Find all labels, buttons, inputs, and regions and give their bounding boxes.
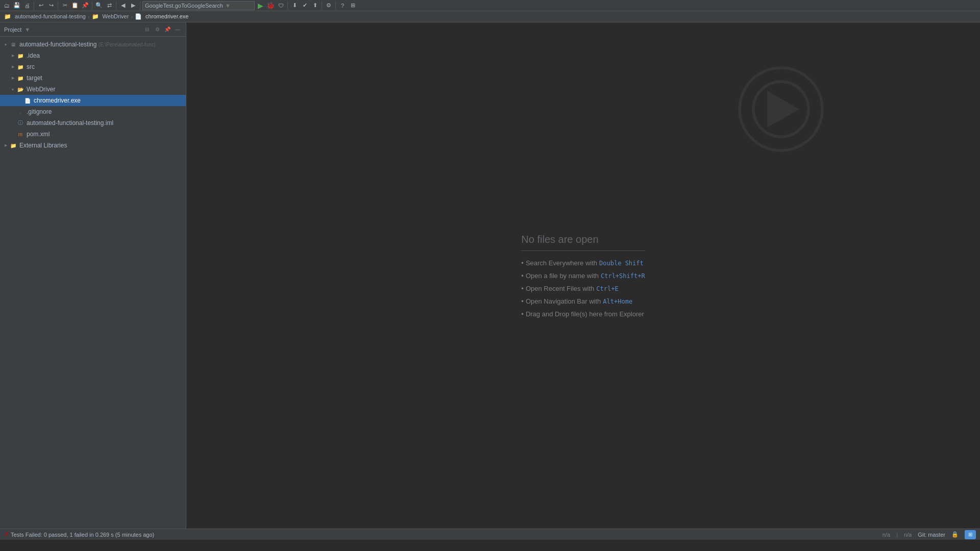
sidebar: Project ▼ ⊟ ⚙ 📌 — 🖥 automated-functional… xyxy=(0,22,186,529)
tree-label-chromedriver: chromedriver.exe xyxy=(34,97,186,104)
status-remote-button[interactable]: ⊞ xyxy=(965,530,976,539)
status-right: n/a | n/a Git: master 🔒 ⊞ xyxy=(883,530,976,539)
undo-button[interactable]: ↩ xyxy=(36,1,45,10)
tree-arrow-target xyxy=(9,74,16,82)
run-button[interactable]: ▶ xyxy=(256,1,265,10)
file-icon-chromedriver: 📄 xyxy=(23,96,32,105)
editor-area: No files are open • Search Everywhere wi… xyxy=(186,22,980,529)
cut-button[interactable]: ✂ xyxy=(60,1,69,10)
folder-icon-src: 📁 xyxy=(16,63,24,71)
coverage-button[interactable]: 🛡 xyxy=(276,1,285,10)
settings-button[interactable]: ⚙ xyxy=(324,1,333,10)
sidebar-minimize-button[interactable]: — xyxy=(174,26,182,34)
sidebar-settings-button[interactable]: ⚙ xyxy=(153,26,161,34)
status-left: ✗ Tests Failed: 0 passed, 1 failed in 0.… xyxy=(4,531,154,538)
redo-button[interactable]: ↪ xyxy=(46,1,56,10)
sep2 xyxy=(58,2,58,10)
terminal-button[interactable]: ⊞ xyxy=(348,1,357,10)
file-icon-iml: ⓘ xyxy=(16,119,24,127)
no-files-title: No files are open xyxy=(521,234,645,251)
tree-arrow-idea xyxy=(9,52,16,59)
find-button[interactable]: 🔍 xyxy=(94,1,104,10)
hint-text-2: Open a file by name with xyxy=(526,272,599,280)
hint-text-4: Open Navigation Bar with xyxy=(526,297,601,305)
toolbar-icon-2[interactable]: 💾 xyxy=(12,1,21,10)
vcs-commit-button[interactable]: ✔ xyxy=(300,1,309,10)
status-lock-icon: 🔒 xyxy=(951,531,959,538)
replace-button[interactable]: ⇄ xyxy=(105,1,114,10)
sep3 xyxy=(92,2,92,10)
statusbar: ✗ Tests Failed: 0 passed, 1 failed in 0.… xyxy=(0,529,980,540)
folder-icon-target: 📁 xyxy=(16,74,24,82)
nav-back-button[interactable]: ◀ xyxy=(118,1,128,10)
nav-fwd-button[interactable]: ▶ xyxy=(129,1,138,10)
tree-arrow-extlib xyxy=(2,142,9,149)
status-position-sep: | xyxy=(896,532,898,538)
paste-button[interactable]: 📌 xyxy=(81,1,90,10)
breadcrumb-project[interactable]: 📁 automated-functional-testing xyxy=(4,13,86,20)
breadcrumb-webdriver[interactable]: 📁 WebDriver xyxy=(92,13,129,20)
sidebar-header: Project ▼ ⊟ ⚙ 📌 — xyxy=(0,22,186,37)
run-config-selector[interactable]: GoogleTest.goToGoogleSearch ▼ xyxy=(142,1,255,10)
background-logo xyxy=(735,63,827,155)
hint-shortcut-2: Ctrl+Shift+R xyxy=(601,272,645,280)
tree-item-target[interactable]: 📁 target xyxy=(0,72,186,84)
vcs-push-button[interactable]: ⬆ xyxy=(310,1,320,10)
sidebar-dropdown-icon[interactable]: ▼ xyxy=(24,27,30,33)
status-error-icon: ✗ xyxy=(4,531,9,538)
folder-icon-webdriver: 📂 xyxy=(16,85,24,93)
tree-label-target: target xyxy=(27,74,186,82)
hint-bullet-2: • xyxy=(521,272,524,280)
tree-item-pom[interactable]: m pom.xml xyxy=(0,129,186,140)
tree-arrow-root xyxy=(2,41,9,48)
breadcrumb-chromedriver: 📄 chromedriver.exe xyxy=(135,13,188,20)
tree-arrow-gitignore xyxy=(9,108,16,115)
tree-item-extlib[interactable]: 📁 External Libraries xyxy=(0,140,186,151)
sep7 xyxy=(322,2,322,10)
tree-arrow-pom xyxy=(9,131,16,138)
status-git-branch[interactable]: Git: master xyxy=(918,532,945,538)
hint-bullet-4: • xyxy=(521,297,524,305)
vcs-update-button[interactable]: ⬇ xyxy=(290,1,299,10)
tree-label-root: automated-functional-testing (E:\Pere\au… xyxy=(19,41,186,48)
tree-item-chromedriver[interactable]: 📄 chromedriver.exe xyxy=(0,95,186,106)
tree-label-idea: .idea xyxy=(27,52,186,59)
tree-label-iml: automated-functional-testing.iml xyxy=(27,119,186,127)
hint-bullet-1: • xyxy=(521,259,524,267)
hint-bullet-3: • xyxy=(521,285,524,292)
tree-arrow-src xyxy=(9,63,16,70)
hint-shortcut-1: Double Shift xyxy=(599,260,644,267)
toolbar-icon-3[interactable]: 🖨 xyxy=(22,1,32,10)
file-tree[interactable]: 🖥 automated-functional-testing (E:\Pere\… xyxy=(0,37,186,529)
file-icon-gitignore: . xyxy=(16,108,24,116)
tree-item-src[interactable]: 📁 src xyxy=(0,61,186,72)
copy-button[interactable]: 📋 xyxy=(70,1,80,10)
pathbar: 📁 automated-functional-testing › 📁 WebDr… xyxy=(0,11,980,22)
tree-item-gitignore[interactable]: . .gitignore xyxy=(0,106,186,117)
tree-item-idea[interactable]: 📁 .idea xyxy=(0,50,186,61)
sep1 xyxy=(34,2,34,10)
sidebar-project-label: Project xyxy=(4,27,21,33)
no-files-content: No files are open • Search Everywhere wi… xyxy=(511,223,655,328)
sidebar-header-actions: ⊟ ⚙ 📌 — xyxy=(143,26,182,34)
file-icon-pom: m xyxy=(16,130,24,138)
sidebar-pin-button[interactable]: 📌 xyxy=(163,26,172,34)
tree-item-webdriver[interactable]: 📂 WebDriver xyxy=(0,84,186,95)
status-position-1: n/a xyxy=(883,532,890,538)
tree-label-extlib: External Libraries xyxy=(19,142,186,149)
hint-open-file: • Open a file by name with Ctrl+Shift+R xyxy=(521,272,645,280)
sidebar-collapse-all-button[interactable]: ⊟ xyxy=(143,26,151,34)
tree-label-pom: pom.xml xyxy=(27,131,186,138)
sep5 xyxy=(140,2,140,10)
sep6 xyxy=(287,2,288,10)
tree-item-iml[interactable]: ⓘ automated-functional-testing.iml xyxy=(0,117,186,129)
tree-label-webdriver: WebDriver xyxy=(27,86,186,93)
debug-button[interactable]: 🐞 xyxy=(266,1,275,10)
status-test-result[interactable]: ✗ Tests Failed: 0 passed, 1 failed in 0.… xyxy=(4,531,154,538)
run-config-label: GoogleTest.goToGoogleSearch xyxy=(145,3,223,9)
help-button[interactable]: ? xyxy=(338,1,347,10)
toolbar-icon-1[interactable]: 🗂 xyxy=(2,1,11,10)
hint-text-3: Open Recent Files with xyxy=(526,285,594,292)
sep8 xyxy=(335,2,336,10)
tree-item-root[interactable]: 🖥 automated-functional-testing (E:\Pere\… xyxy=(0,39,186,50)
